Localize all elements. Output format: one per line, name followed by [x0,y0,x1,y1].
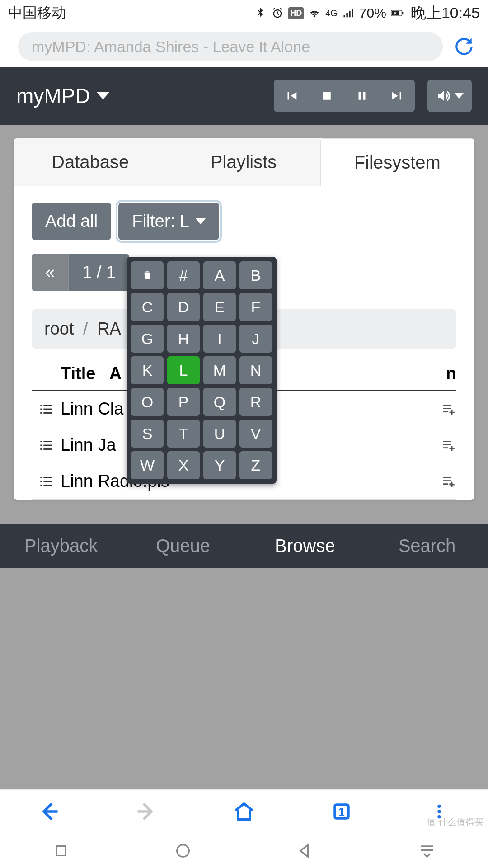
filter-key-w[interactable]: W [131,451,164,479]
url-input[interactable]: myMPD: Amanda Shires - Leave It Alone [18,32,443,61]
filter-key-n[interactable]: N [239,356,272,384]
svg-rect-19 [43,441,52,442]
pause-button[interactable] [344,80,380,112]
breadcrumb-sep: / [83,319,88,338]
browser-bar: 1 [0,789,488,833]
tab-filesystem[interactable]: Filesystem [320,138,474,186]
alarm-icon [271,7,284,19]
home-nav-button[interactable] [172,840,194,862]
filter-key-i[interactable]: I [203,325,236,353]
svg-rect-11 [43,408,52,410]
filter-key-v[interactable]: V [239,420,272,448]
svg-rect-30 [43,485,52,486]
svg-rect-29 [43,481,52,482]
svg-rect-28 [43,477,52,478]
filter-key-f[interactable]: F [239,293,272,321]
filter-key-u[interactable]: U [203,420,236,448]
filter-key-e[interactable]: E [203,293,236,321]
svg-rect-17 [40,444,42,446]
tab-browse[interactable]: Browse [244,536,366,556]
pager-current[interactable]: 1 / 1 [69,254,129,291]
filter-key-l[interactable]: L [167,356,200,384]
svg-point-37 [437,810,441,813]
tab-search[interactable]: Search [366,536,488,556]
filter-key-#[interactable]: # [167,261,200,289]
battery-icon [391,7,404,19]
bottom-tabs: Playback Queue Browse Search [0,524,488,568]
svg-rect-39 [56,846,66,855]
filter-key-x[interactable]: X [167,451,200,479]
filter-clear-button[interactable] [131,261,164,289]
svg-rect-4 [323,92,331,100]
wifi-icon [308,7,321,19]
svg-rect-26 [40,481,42,482]
filter-key-q[interactable]: Q [203,388,236,416]
brand-menu[interactable]: myMPD [16,84,109,108]
back-button[interactable] [35,798,62,825]
svg-rect-9 [40,412,42,414]
recents-button[interactable] [50,840,72,862]
svg-rect-20 [43,444,52,446]
svg-rect-22 [443,441,451,442]
th-a: A [109,364,122,383]
add-all-button[interactable]: Add all [32,203,111,240]
status-bar: 中国移动 HD 4G 70% 晚上10:45 [0,0,488,26]
breadcrumb-root[interactable]: root [44,319,74,338]
next-button[interactable] [380,80,415,112]
pager-prev-button[interactable]: « [32,254,69,291]
list-icon [32,474,61,489]
filter-key-h[interactable]: H [167,325,200,353]
network-label: 4G [325,8,338,19]
filter-key-z[interactable]: Z [239,451,272,479]
top-tabs: Database Playlists Filesystem [14,138,474,186]
filter-key-s[interactable]: S [131,420,164,448]
volume-menu[interactable] [427,80,472,112]
filter-key-p[interactable]: P [167,388,200,416]
stop-button[interactable] [309,80,344,112]
filter-key-r[interactable]: R [239,388,272,416]
back-nav-button[interactable] [294,840,316,862]
caret-down-icon [196,218,206,224]
prev-button[interactable] [274,80,309,112]
filter-key-t[interactable]: T [167,420,200,448]
svg-point-36 [437,804,441,807]
svg-rect-16 [40,441,42,442]
battery-percent: 70% [359,5,386,21]
tab-queue[interactable]: Queue [122,536,244,556]
carrier-label: 中国移动 [8,3,66,23]
filter-key-a[interactable]: A [203,261,236,289]
tab-playlists[interactable]: Playlists [167,138,320,186]
add-to-queue-button[interactable] [429,401,456,417]
svg-rect-2 [402,12,403,14]
filter-key-o[interactable]: O [131,388,164,416]
add-to-queue-button[interactable] [429,474,456,489]
filter-button[interactable]: Filter: L [118,203,219,240]
svg-rect-31 [443,477,451,478]
filter-key-j[interactable]: J [239,325,272,353]
list-icon [32,401,61,417]
media-controls [274,80,415,112]
filter-key-m[interactable]: M [203,356,236,384]
add-to-queue-button[interactable] [429,438,456,453]
svg-rect-33 [443,483,448,485]
filter-key-b[interactable]: B [239,261,272,289]
svg-rect-14 [443,408,451,409]
th-last: n [433,364,456,383]
filter-key-g[interactable]: G [131,325,164,353]
svg-rect-15 [443,411,448,412]
filter-popup: #ABCDEFGHIJKLMNOPQRSTUVWXYZ [127,257,277,484]
filter-key-d[interactable]: D [167,293,200,321]
reload-button[interactable] [452,34,476,59]
app-header: myMPD [0,67,488,125]
svg-text:1: 1 [338,805,345,818]
tab-database[interactable]: Database [14,138,167,186]
home-button[interactable] [230,798,258,825]
filter-key-c[interactable]: C [131,293,164,321]
tabs-button[interactable]: 1 [328,798,355,825]
filter-key-k[interactable]: K [131,356,164,384]
drawer-button[interactable] [416,840,438,862]
tab-playback[interactable]: Playback [0,536,122,556]
filter-key-y[interactable]: Y [203,451,236,479]
clock-label: 晚上10:45 [411,3,480,24]
forward-button[interactable] [133,798,160,825]
